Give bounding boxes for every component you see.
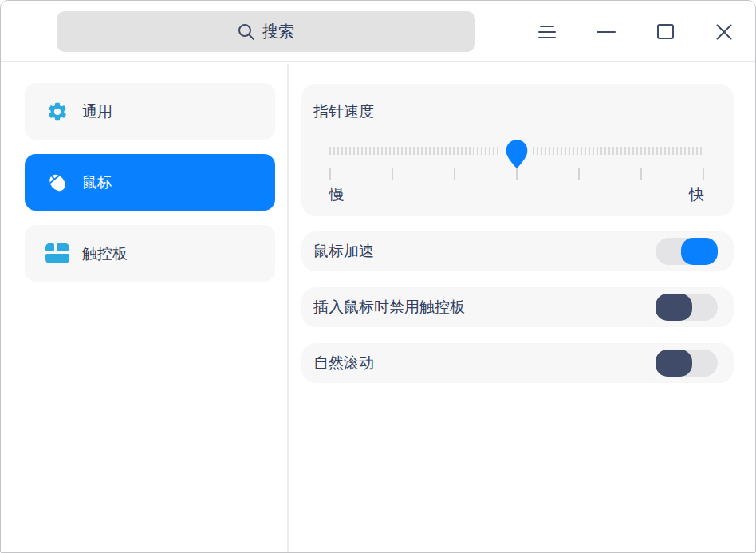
sidebar-item-label: 通用: [82, 101, 112, 122]
maximize-icon: [657, 24, 674, 39]
sidebar-item-label: 触控板: [82, 243, 128, 264]
slow-label: 慢: [329, 184, 345, 205]
sidebar-item-label: 鼠标: [82, 172, 112, 193]
toggle-thumb: [656, 294, 692, 321]
mouse-acceleration-label: 鼠标加速: [313, 241, 374, 262]
toggle-thumb: [681, 238, 718, 265]
menu-button[interactable]: [529, 14, 565, 50]
minimize-icon: [597, 31, 616, 33]
search-icon: [238, 23, 255, 41]
sidebar-item-touchpad[interactable]: 触控板: [25, 225, 275, 282]
sidebar-item-general[interactable]: 通用: [25, 83, 275, 140]
settings-window: 搜索 通用: [0, 0, 756, 553]
pointer-speed-slider[interactable]: [329, 140, 704, 170]
maximize-button[interactable]: [647, 14, 683, 50]
close-icon: [715, 22, 734, 41]
touchpad-icon: [45, 242, 69, 266]
disable-touchpad-toggle[interactable]: [656, 294, 718, 321]
toggle-thumb: [656, 350, 692, 377]
fast-label: 快: [689, 184, 704, 205]
window-controls: [529, 1, 742, 62]
mouse-acceleration-toggle[interactable]: [656, 238, 718, 265]
natural-scrolling-row: 自然滚动: [301, 343, 734, 383]
sidebar: 通用 鼠标 触控板: [1, 64, 287, 552]
close-button[interactable]: [706, 14, 742, 50]
mouse-acceleration-row: 鼠标加速: [301, 231, 734, 271]
minimize-button[interactable]: [588, 14, 624, 50]
slider-tick: [516, 168, 518, 180]
disable-touchpad-label: 插入鼠标时禁用触控板: [313, 297, 465, 318]
titlebar: 搜索: [1, 1, 755, 62]
sidebar-item-mouse[interactable]: 鼠标: [25, 154, 275, 211]
content-area: 通用 鼠标 触控板: [1, 64, 755, 552]
search-input[interactable]: 搜索: [57, 11, 475, 52]
pointer-speed-title: 指针速度: [313, 101, 374, 122]
mouse-icon: [45, 171, 69, 195]
slider-ticks: [329, 168, 704, 180]
menu-icon: [538, 26, 556, 38]
slider-tick: [703, 168, 704, 180]
slider-tick: [454, 168, 455, 180]
disable-touchpad-row: 插入鼠标时禁用触控板: [301, 287, 734, 327]
natural-scrolling-toggle[interactable]: [656, 350, 718, 377]
slider-tick: [578, 168, 580, 180]
pointer-speed-card: 指针速度 慢 快: [301, 84, 734, 216]
slider-handle[interactable]: [506, 140, 528, 169]
slider-tick: [329, 168, 331, 180]
slider-tick-labels: 慢 快: [329, 184, 704, 205]
natural-scrolling-label: 自然滚动: [313, 353, 374, 373]
search-placeholder: 搜索: [262, 21, 294, 42]
settings-panel: 指针速度 慢 快 鼠标加速: [289, 64, 755, 552]
gear-icon: [45, 100, 69, 124]
slider-tick: [392, 168, 393, 180]
slider-tick: [640, 168, 642, 180]
